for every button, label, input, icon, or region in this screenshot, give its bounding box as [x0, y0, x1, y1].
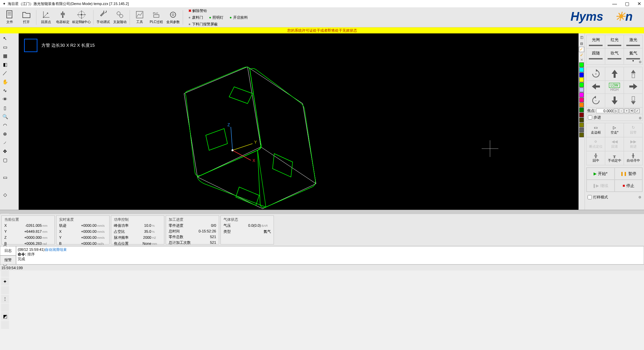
plc-button[interactable]: PLCPLC过程 [148, 8, 165, 27]
color-swatch[interactable] [579, 82, 584, 87]
grid-icon[interactable]: ▦ [1, 52, 9, 60]
rotate-ccw-button[interactable]: − [587, 94, 605, 107]
gear-icon[interactable]: ⚙ [638, 195, 641, 199]
shutter-button[interactable]: 光闸 [587, 35, 605, 48]
line-icon[interactable]: ／ [1, 69, 9, 77]
curve-icon[interactable]: ∿ [1, 86, 9, 95]
canvas-viewport[interactable]: 方管 边长30 X R2 X 长度15 [19, 33, 579, 210]
z-down-button[interactable] [624, 94, 642, 107]
shape2-icon[interactable]: ▭ [1, 173, 9, 181]
back-button[interactable]: ◀◀回退 [605, 137, 624, 151]
support-button[interactable]: 支架随动 [112, 8, 128, 27]
manual-button[interactable]: 手动调试 [95, 8, 112, 27]
sample-mode-checkbox[interactable] [588, 195, 592, 199]
z-up-button[interactable] [624, 67, 642, 80]
misc2-icon[interactable]: ◩ [1, 312, 9, 320]
focus-input[interactable] [596, 109, 613, 113]
color-swatch[interactable] [579, 98, 584, 102]
speed-toggle-button[interactable]: LOWHIGH [605, 81, 624, 94]
clear-alarm-button[interactable]: ✖ 解除警铃 [188, 7, 207, 14]
strip-x-icon[interactable]: ✕ [580, 58, 583, 62]
color-swatch[interactable] [579, 123, 584, 127]
color-swatch[interactable] [579, 88, 584, 92]
color-swatch[interactable] [579, 108, 584, 112]
focus-save-button[interactable]: ✓ [635, 109, 640, 113]
canvas-scrollbar[interactable] [0, 210, 644, 214]
forward-button[interactable]: ▶▶前进 [624, 137, 642, 151]
stop-button[interactable]: ■停止 [615, 180, 643, 192]
focus-go-button[interactable]: ▷ [614, 109, 618, 113]
color-swatch[interactable] [579, 113, 584, 117]
continue-button[interactable]: ❚▶继续 [587, 180, 615, 192]
open-button[interactable]: 打开 [18, 8, 35, 27]
manual-center-button[interactable]: ╥手动定中 [605, 151, 624, 165]
gear-icon[interactable]: ⚙ [639, 116, 642, 120]
tool-button[interactable]: 工具 [131, 8, 148, 27]
zero-button[interactable]: ↻回零 [624, 123, 642, 137]
color-swatch[interactable] [579, 62, 584, 67]
misc1-icon[interactable]: ⋮ [1, 295, 9, 303]
unload-mask-toggle[interactable]: 下料门报警屏蔽 [188, 21, 218, 27]
maximize-button[interactable]: ▢ [625, 1, 629, 6]
pan-icon[interactable]: ✋ [1, 78, 9, 86]
cap-cal-button[interactable]: 电容标定 [54, 8, 71, 27]
gear-icon[interactable]: ⚙ [639, 60, 642, 64]
strip-check2-icon[interactable]: ✓ [580, 52, 584, 57]
move-icon[interactable]: ✥ [1, 147, 9, 155]
log-tab[interactable]: 日志 [0, 246, 16, 255]
blow-button[interactable]: 吹气 [605, 48, 624, 64]
origin-button[interactable]: 回原点 [38, 8, 54, 27]
eye-icon[interactable]: 👁 [1, 95, 9, 103]
focus-plus-button[interactable]: + [624, 109, 629, 113]
color-swatch[interactable] [579, 67, 584, 72]
marquee-icon[interactable]: ◧ [1, 60, 9, 68]
minimize-button[interactable]: — [612, 1, 617, 6]
start-feed-toggle[interactable]: 开启捡料 [229, 14, 248, 21]
cursor-icon[interactable]: ↖ [1, 34, 9, 42]
jog-down-button[interactable] [605, 94, 624, 107]
alarm-tab[interactable]: 报警 [0, 255, 16, 265]
color-swatch[interactable] [579, 133, 584, 137]
color-swatch[interactable] [579, 93, 584, 97]
shape3-icon[interactable]: ◇ [1, 191, 9, 199]
zoom-fit-icon[interactable]: ⊕ [1, 130, 9, 138]
red-light-button[interactable]: 红光 [605, 35, 624, 48]
strip-check-icon[interactable]: ✓ [579, 47, 584, 52]
rotate-cw-button[interactable]: + [587, 67, 605, 80]
light-toggle[interactable]: 照明灯 [209, 14, 224, 21]
focus-reset-button[interactable]: ⟲ [630, 109, 634, 113]
polyline-icon[interactable]: ⟋ [1, 139, 9, 147]
frame-button[interactable]: ▭走边框 [587, 123, 605, 137]
rect-icon[interactable]: ▯ [1, 104, 9, 112]
dryrun-button[interactable]: ▷空走* [605, 123, 624, 137]
waste-door-toggle[interactable]: 废料门 [188, 14, 203, 21]
strip-top2-icon[interactable]: ⊟ [579, 41, 584, 46]
file-button[interactable]: 文件 [1, 8, 18, 27]
select-rect-icon[interactable]: ▭ [1, 43, 9, 51]
pause-button[interactable]: ❚❚暂停 [615, 168, 643, 180]
star-icon[interactable]: ✦ [1, 278, 9, 286]
start-button[interactable]: ▶开始* [587, 168, 615, 180]
jog-up-button[interactable] [605, 67, 624, 80]
step-checkbox[interactable] [588, 115, 592, 120]
color-swatch[interactable] [579, 128, 584, 132]
auto-center-button[interactable]: ╫自动寻中 [624, 151, 642, 165]
strip-top1-icon[interactable]: ◫ [579, 34, 584, 40]
color-swatch[interactable] [579, 103, 584, 107]
close-button[interactable]: ✕ [637, 1, 641, 6]
jog-right-button[interactable] [624, 81, 642, 94]
zoom-icon[interactable]: 🔍 [1, 113, 9, 121]
jog-left-button[interactable] [587, 81, 605, 94]
color-swatch[interactable] [579, 118, 584, 122]
laser-button[interactable]: 激光 [624, 35, 642, 48]
breakpoint-button[interactable]: ⭘断点定位 [587, 137, 605, 151]
focus-minus-button[interactable]: − [619, 109, 624, 113]
follow-button[interactable]: 跟随 [587, 48, 605, 64]
center-button[interactable]: ╬回中 [587, 151, 605, 165]
global-button[interactable]: 全局参数 [165, 8, 181, 27]
arc-icon[interactable]: ◠ [1, 121, 9, 129]
shape1-icon[interactable]: ▢ [1, 156, 9, 164]
color-swatch[interactable] [579, 72, 584, 77]
b-axis-button[interactable]: 标定B轴中心 [71, 8, 92, 27]
color-swatch[interactable] [579, 77, 584, 82]
